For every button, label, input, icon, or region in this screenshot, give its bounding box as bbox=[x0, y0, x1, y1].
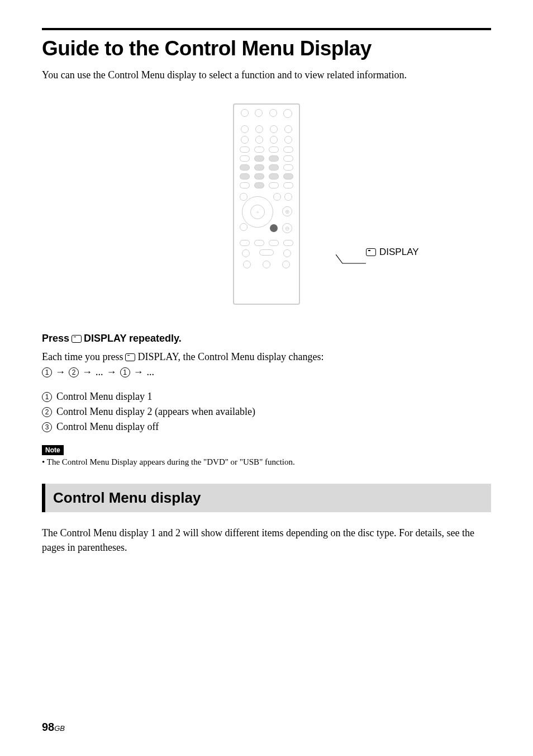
display-button-on-remote bbox=[270, 224, 278, 232]
ellipsis: ... bbox=[147, 366, 155, 378]
remote-control-diagram: + ⊕ ⊖ bbox=[233, 103, 300, 305]
arrow-icon: → bbox=[134, 366, 144, 378]
cycle-suffix: DISPLAY, the Control Menu display change… bbox=[137, 350, 323, 364]
callout-text: DISPLAY bbox=[379, 247, 419, 258]
list-item: 3 Control Menu display off bbox=[42, 419, 491, 434]
ellipsis: ... bbox=[96, 366, 103, 378]
callout-line bbox=[336, 254, 366, 264]
remote-illustration: + ⊕ ⊖ DISPLAY bbox=[42, 98, 491, 310]
circled-2-icon: 2 bbox=[42, 407, 52, 417]
section-header: Control Menu display bbox=[42, 484, 491, 512]
instruction-heading: Press DISPLAY repeatedly. bbox=[42, 333, 491, 344]
page-title: Guide to the Control Menu Display bbox=[42, 37, 491, 60]
instruction-suffix: DISPLAY repeatedly. bbox=[84, 333, 182, 344]
note-text: • The Control Menu Display appears durin… bbox=[42, 457, 491, 467]
cycle-prefix: Each time you press bbox=[42, 350, 123, 364]
cycle-description: Each time you press DISPLAY, the Control… bbox=[42, 350, 491, 364]
page-number: 98GB bbox=[42, 721, 65, 734]
page-number-suffix: GB bbox=[54, 724, 65, 733]
list-item: 1 Control Menu display 1 bbox=[42, 389, 491, 404]
note-badge: Note bbox=[42, 445, 64, 455]
sequence-diagram: 1 → 2 → ... → 1 → ... bbox=[42, 366, 491, 378]
list-item: 2 Control Menu display 2 (appears when a… bbox=[42, 404, 491, 419]
arrow-icon: → bbox=[107, 366, 117, 378]
circled-1-icon: 1 bbox=[42, 367, 52, 377]
display-icon bbox=[125, 353, 135, 361]
display-icon bbox=[72, 335, 82, 343]
circled-3-icon: 3 bbox=[42, 422, 52, 432]
intro-paragraph: You can use the Control Menu display to … bbox=[42, 69, 491, 81]
list-item-text: Control Menu display 2 (appears when ava… bbox=[56, 404, 255, 419]
section-body: The Control Menu display 1 and 2 will sh… bbox=[42, 526, 491, 555]
instruction-prefix: Press bbox=[42, 333, 69, 344]
display-callout-label: DISPLAY bbox=[366, 247, 419, 258]
top-rule bbox=[42, 28, 491, 30]
arrow-icon: → bbox=[82, 366, 92, 378]
arrow-icon: → bbox=[55, 366, 65, 378]
circled-2-icon: 2 bbox=[69, 367, 79, 377]
display-modes-list: 1 Control Menu display 1 2 Control Menu … bbox=[42, 389, 491, 434]
page-number-value: 98 bbox=[42, 721, 54, 733]
list-item-text: Control Menu display off bbox=[56, 419, 159, 434]
circled-1-icon: 1 bbox=[42, 392, 52, 402]
list-item-text: Control Menu display 1 bbox=[56, 389, 153, 404]
circled-1-icon: 1 bbox=[120, 367, 130, 377]
display-icon bbox=[366, 248, 376, 256]
